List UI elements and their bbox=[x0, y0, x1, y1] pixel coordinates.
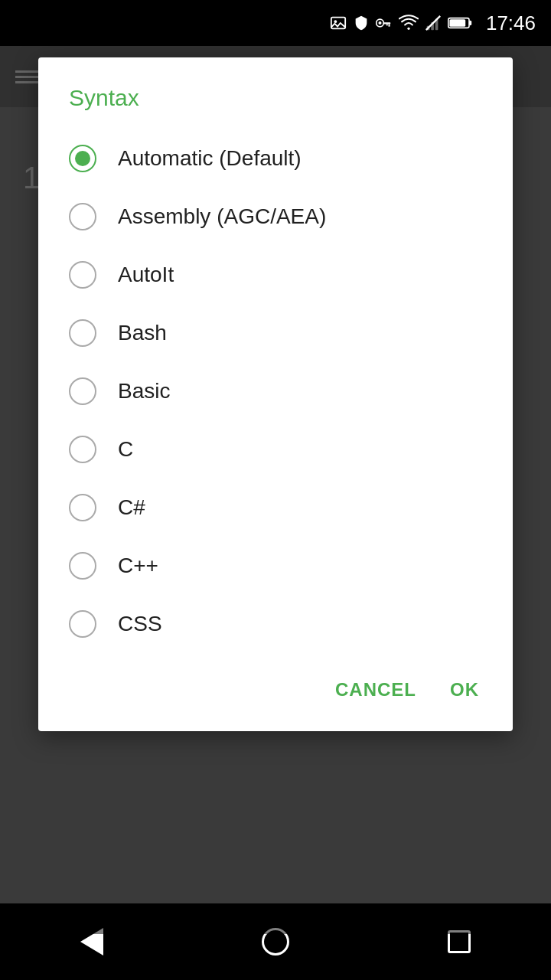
status-icons: 17:46 bbox=[330, 11, 536, 35]
ok-button[interactable]: OK bbox=[447, 671, 482, 708]
svg-point-3 bbox=[378, 21, 381, 24]
radio-label-autoit: AutoIt bbox=[118, 263, 174, 287]
radio-item-csharp[interactable]: C# bbox=[54, 479, 497, 537]
radio-label-css: CSS bbox=[118, 612, 162, 636]
image-icon bbox=[330, 15, 347, 31]
svg-rect-9 bbox=[431, 22, 434, 30]
radio-label-basic: Basic bbox=[118, 379, 170, 403]
radio-label-cpp: C++ bbox=[118, 554, 158, 578]
svg-rect-14 bbox=[449, 19, 465, 27]
radio-circle-autoit bbox=[69, 261, 96, 289]
radio-circle-automatic bbox=[69, 145, 96, 172]
svg-rect-10 bbox=[435, 19, 439, 31]
syntax-dialog: Syntax Automatic (Default)Assembly (AGC/… bbox=[38, 57, 513, 731]
key-icon bbox=[376, 16, 393, 30]
radio-circle-bash bbox=[69, 319, 96, 347]
radio-item-automatic[interactable]: Automatic (Default) bbox=[54, 129, 497, 188]
svg-rect-5 bbox=[388, 24, 390, 26]
radio-circle-basic bbox=[69, 377, 96, 405]
signal-icon bbox=[425, 15, 442, 31]
wifi-icon bbox=[399, 15, 419, 31]
radio-label-c: C bbox=[118, 437, 133, 462]
radio-item-bash[interactable]: Bash bbox=[54, 304, 497, 362]
svg-rect-6 bbox=[386, 24, 388, 25]
dialog-title: Syntax bbox=[38, 57, 513, 129]
dialog-buttons: CANCEL OK bbox=[38, 653, 513, 716]
radio-item-basic[interactable]: Basic bbox=[54, 362, 497, 420]
radio-label-bash: Bash bbox=[118, 321, 167, 345]
battery-icon bbox=[448, 15, 472, 31]
radio-circle-c bbox=[69, 436, 96, 463]
svg-rect-13 bbox=[469, 21, 471, 25]
radio-label-automatic: Automatic (Default) bbox=[118, 146, 302, 171]
svg-rect-4 bbox=[383, 22, 391, 24]
radio-circle-assembly bbox=[69, 203, 96, 230]
radio-label-csharp: C# bbox=[118, 495, 145, 520]
radio-circle-csharp bbox=[69, 494, 96, 521]
svg-rect-0 bbox=[331, 18, 345, 29]
radio-item-autoit[interactable]: AutoIt bbox=[54, 246, 497, 304]
radio-label-assembly: Assembly (AGC/AEA) bbox=[118, 204, 326, 229]
cancel-button[interactable]: CANCEL bbox=[332, 671, 419, 708]
radio-item-c[interactable]: C bbox=[54, 420, 497, 479]
svg-rect-8 bbox=[427, 26, 430, 30]
shield-icon bbox=[353, 15, 370, 31]
clock: 17:46 bbox=[486, 11, 536, 35]
status-bar: 17:46 bbox=[0, 0, 551, 46]
radio-item-assembly[interactable]: Assembly (AGC/AEA) bbox=[54, 188, 497, 246]
svg-point-1 bbox=[334, 20, 337, 23]
radio-circle-css bbox=[69, 610, 96, 638]
radio-item-cpp[interactable]: C++ bbox=[54, 537, 497, 595]
radio-circle-cpp bbox=[69, 552, 96, 580]
radio-item-css[interactable]: CSS bbox=[54, 595, 497, 653]
radio-list: Automatic (Default)Assembly (AGC/AEA)Aut… bbox=[38, 129, 513, 653]
